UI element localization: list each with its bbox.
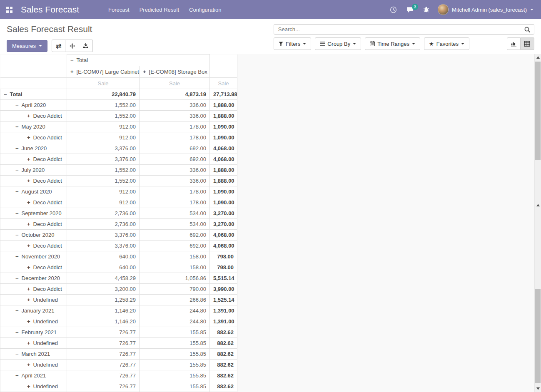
row-label: December 2020 [22,275,60,281]
row-header[interactable]: +Undefined [0,360,67,370]
flip-axes-button[interactable]: ⇄ [52,40,65,52]
search-icon[interactable] [524,26,531,33]
table-row: −August 2020912.00178.001,090.00 [0,186,237,197]
measure-header-sale-2[interactable]: Sale [140,78,210,89]
menu-forecast[interactable]: Forecast [103,1,135,19]
row-header[interactable]: +Deco Addict [0,262,67,273]
row-label: Undefined [33,362,58,368]
row-header[interactable]: −July 2020 [0,165,67,176]
cell-value: 155.85 [140,349,210,360]
cell-value: 336.00 [140,165,210,176]
pivot-table: −Total +[E-COM07] Large Cabinet +[E-COM0… [0,54,237,392]
cell-value: 336.00 [140,111,210,122]
cell-value: 912.00 [67,122,140,132]
menu-predicted-result[interactable]: Predicted Result [135,1,184,19]
expand-all-button[interactable] [65,40,79,52]
measure-header-sale-total[interactable]: Sale [210,78,237,89]
row-header[interactable]: −March 2021 [0,349,67,360]
cell-value: 798.00 [210,251,237,262]
chevron-down-icon [412,43,415,45]
row-header[interactable]: +Deco Addict [0,154,67,165]
cell-value: 1,056.86 [140,273,210,284]
scroll-up-arrow-icon[interactable] [536,56,540,59]
time-ranges-button[interactable]: Time Ranges [365,37,420,50]
table-row: +Deco Addict912.00178.001,090.00 [0,132,237,143]
row-header[interactable]: +Undefined [0,295,67,305]
row-header[interactable]: +Deco Addict [0,111,67,122]
row-header[interactable]: +Undefined [0,338,67,349]
cell-value: 155.85 [140,381,210,392]
table-row: −April 20201,552.00336.001,888.00 [0,100,237,111]
row-header[interactable]: +Deco Addict [0,176,67,186]
cell-value: 27,713.98 [210,89,237,100]
search-input[interactable] [277,26,524,33]
row-label: Deco Addict [33,286,62,292]
cell-value: 1,090.00 [210,122,237,132]
app-title[interactable]: Sales Forecast [21,5,79,15]
plus-icon: + [27,362,30,368]
row-header[interactable]: −August 2020 [0,186,67,197]
row-header[interactable]: +Undefined [0,316,67,327]
cell-value: 3,376.00 [67,154,140,165]
scrollbar-thumb-top[interactable] [535,62,541,160]
measures-button[interactable]: Measures [7,40,47,52]
chart-view-button[interactable] [507,37,521,50]
cell-value: 2,736.00 [67,208,140,219]
row-header[interactable]: −January 2021 [0,305,67,316]
row-label: Undefined [33,297,58,303]
col-header-total[interactable]: −Total [67,55,210,66]
scroll-down-arrow-icon[interactable] [536,387,540,390]
row-header[interactable]: −February 2021 [0,327,67,338]
scroll-up-arrow-icon[interactable] [536,204,540,206]
bug-icon [423,6,429,13]
col-header-label: [E-COM08] Storage Box [149,69,207,75]
measure-header-sale-1[interactable]: Sale [67,78,140,89]
row-header[interactable]: +Deco Addict [0,284,67,295]
top-menu: Forecast Predicted Result Configuration [103,1,226,19]
col-header-storage-box[interactable]: +[E-COM08] Storage Box [140,66,210,78]
row-header[interactable]: −November 2020 [0,251,67,262]
debug-button[interactable] [420,4,433,15]
menu-configuration[interactable]: Configuration [184,1,226,19]
scrollbar-thumb-bottom[interactable] [535,289,541,383]
col-header-large-cabinet[interactable]: +[E-COM07] Large Cabinet [67,66,140,78]
row-label: June 2020 [22,145,47,151]
row-header[interactable]: +Undefined [0,381,67,392]
table-row: −September 20202,736.00534.003,270.00 [0,208,237,219]
row-header[interactable]: −December 2020 [0,273,67,284]
user-menu[interactable]: Mitchell Admin (sales_forecast) [435,2,534,17]
row-header[interactable]: −September 2020 [0,208,67,219]
cell-value: 692.00 [140,241,210,251]
cell-value: 1,552.00 [67,111,140,122]
group-by-button[interactable]: Group By [315,37,361,50]
clock-icon [390,6,397,13]
activities-button[interactable] [386,4,400,16]
row-header[interactable]: +Deco Addict [0,132,67,143]
main-content: −Total +[E-COM07] Large Cabinet +[E-COM0… [0,54,534,392]
vertical-scrollbar[interactable] [534,54,541,392]
plus-icon: + [70,69,74,75]
row-header[interactable]: −April 2020 [0,100,67,111]
messages-button[interactable]: 3 [403,4,417,16]
row-header[interactable]: −Total [0,89,67,100]
row-header[interactable]: −May 2020 [0,122,67,132]
download-button[interactable] [79,40,93,52]
row-label: Undefined [33,383,58,390]
row-header[interactable]: −October 2020 [0,230,67,241]
group-by-label: Group By [327,41,350,47]
row-header[interactable]: −June 2020 [0,143,67,154]
cell-value: 640.00 [67,251,140,262]
row-header[interactable]: −April 2021 [0,370,67,381]
minus-icon: − [4,91,7,97]
row-header[interactable]: +Deco Addict [0,219,67,230]
filters-button[interactable]: Filters [274,37,311,50]
pivot-view-button[interactable] [521,37,534,50]
row-label: Total [10,91,22,97]
apps-grid-icon [6,7,12,13]
row-header[interactable]: +Deco Addict [0,241,67,251]
cell-value: 3,376.00 [67,143,140,154]
cell-value: 244.80 [140,305,210,316]
favorites-button[interactable]: ★ Favorites [424,37,469,50]
apps-menu-button[interactable] [0,0,18,19]
row-header[interactable]: +Deco Addict [0,197,67,208]
